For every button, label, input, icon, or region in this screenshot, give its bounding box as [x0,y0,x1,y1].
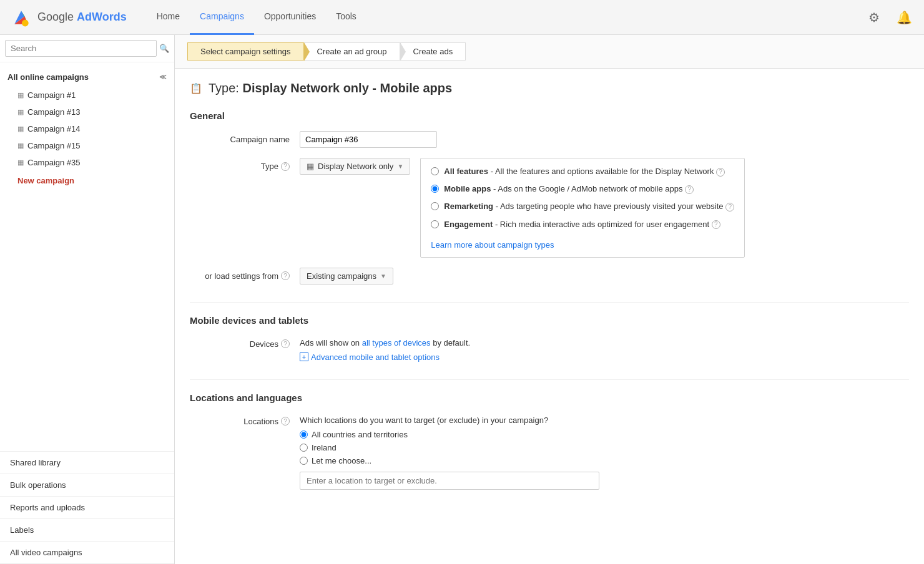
mobile-devices-section: Mobile devices and tablets Devices ? Ads… [190,315,909,362]
location-choose-radio[interactable] [300,457,308,465]
radio-mobile-apps-label: Mobile apps - Ads on the Google / AdMob … [444,183,694,195]
locations-row: Locations ? Which locations do you want … [190,413,909,490]
load-settings-help-icon[interactable]: ? [281,271,290,280]
sidebar-bottom: Shared library Bulk operations Reports a… [0,451,174,564]
page-content: 📋 Type: Display Network only - Mobile ap… [175,69,924,520]
new-campaign-link[interactable]: New campaign [0,171,174,190]
top-navigation: Google AdWords Home Campaigns Opportunit… [0,0,924,35]
breadcrumb-create-ads[interactable]: Create ads [400,42,466,61]
title-bold: Display Network only - Mobile apps [242,81,452,95]
campaign-name-input[interactable] [300,131,437,148]
logo-icon [10,6,32,29]
mobile-apps-help-icon[interactable]: ? [685,185,694,194]
load-settings-label: or load settings from ? [190,268,290,281]
breadcrumb-select-settings[interactable]: Select campaign settings [187,42,304,61]
campaign-label: Campaign #13 [27,107,81,117]
campaign-item-c1[interactable]: ▦ Campaign #1 [0,87,174,104]
existing-campaigns-arrow: ▼ [380,273,386,280]
campaign-item-c15[interactable]: ▦ Campaign #15 [0,137,174,154]
title-prefix: Type: [209,81,242,95]
location-search-input[interactable] [300,472,599,490]
all-campaigns-link[interactable]: All online campaigns ≪ [0,67,174,87]
location-ireland-radio[interactable] [300,444,308,452]
load-settings-control: Existing campaigns ▼ [300,268,909,284]
campaign-name-label: Campaign name [190,131,290,144]
location-let-me-choose: Let me choose... [300,456,909,465]
locations-control: Which locations do you want to target (o… [300,416,909,490]
radio-all-features: All features - All the features and opti… [431,166,734,177]
campaigns-section: All online campaigns ≪ ▦ Campaign #1 ▦ C… [0,62,174,195]
radio-engagement-input[interactable] [431,220,439,228]
radio-mobile-apps-input[interactable] [431,185,439,193]
campaign-item-c14[interactable]: ▦ Campaign #14 [0,120,174,137]
mobile-devices-title: Mobile devices and tablets [190,315,909,326]
learn-more-link[interactable]: Learn more about campaign types [431,240,554,250]
campaign-label: Campaign #35 [27,158,81,167]
devices-control: Ads will show on all types of devices by… [300,336,909,362]
locations-title: Locations and languages [190,392,909,403]
campaign-grid-icon: ▦ [17,108,24,116]
locations-label-text: Locations [243,417,278,426]
devices-text-suffix: by default. [431,338,471,348]
type-help-icon[interactable]: ? [281,162,290,171]
engagement-help-icon[interactable]: ? [712,220,720,229]
radio-mobile-apps: Mobile apps - Ads on the Google / AdMob … [431,183,734,195]
location-all-countries-radio[interactable] [300,430,308,439]
sidebar-item-bulk-operations[interactable]: Bulk operations [0,474,174,497]
locations-help-icon[interactable]: ? [281,417,290,425]
sidebar-item-reports-uploads[interactable]: Reports and uploads [0,497,174,519]
nav-opportunities[interactable]: Opportunities [254,0,326,35]
sidebar-item-shared-library[interactable]: Shared library [0,452,174,474]
section-divider-1 [190,302,909,303]
campaign-item-c35[interactable]: ▦ Campaign #35 [0,154,174,171]
location-all-countries: All countries and territories [300,430,909,439]
remarketing-help-icon[interactable]: ? [725,203,734,212]
content-area: Select campaign settings Create an ad gr… [175,35,924,564]
devices-label-text: Devices [250,339,278,349]
sidebar-item-labels[interactable]: Labels [0,519,174,542]
sidebar-item-all-video[interactable]: All video campaigns [0,542,174,564]
location-ireland-label: Ireland [312,443,337,452]
radio-remarketing-label: Remarketing - Ads targeting people who h… [444,201,734,212]
grid-icon: ▦ [307,162,314,171]
settings-button[interactable]: ⚙ [864,7,884,27]
all-features-help-icon[interactable]: ? [716,168,725,177]
dropdown-arrow-icon: ▼ [397,163,403,170]
campaign-name-label-text: Campaign name [230,135,290,144]
campaign-grid-icon: ▦ [17,158,24,167]
advanced-link-label: Advanced mobile and tablet options [311,352,440,362]
location-all-countries-label: All countries and territories [312,430,408,439]
radio-all-features-label: All features - All the features and opti… [444,166,725,177]
radio-all-features-input[interactable] [431,167,439,175]
type-options-panel: All features - All the features and opti… [420,158,745,258]
campaign-label: Campaign #15 [27,141,81,150]
search-input[interactable] [5,40,157,57]
nav-campaigns[interactable]: Campaigns [190,0,254,35]
locations-label: Locations ? [190,413,290,426]
type-dropdown[interactable]: ▦ Display Network only ▼ [300,158,410,175]
existing-campaigns-label: Existing campaigns [307,271,376,281]
type-label: Type ? [190,158,290,171]
nav-tools[interactable]: Tools [326,0,366,35]
type-dropdown-label: Display Network only [318,162,393,171]
campaign-item-c13[interactable]: ▦ Campaign #13 [0,104,174,120]
breadcrumb-create-ad-group[interactable]: Create an ad group [304,42,400,61]
advanced-mobile-link[interactable]: + Advanced mobile and tablet options [300,352,440,362]
radio-engagement: Engagement - Rich media interactive ads … [431,219,734,230]
main-layout: 🔍 All online campaigns ≪ ▦ Campaign #1 ▦… [0,35,924,564]
collapse-icon: ≪ [159,73,167,81]
radio-remarketing-input[interactable] [431,202,439,210]
sidebar-search-container: 🔍 [0,35,174,62]
devices-text: Ads will show on all types of devices by… [300,336,909,348]
radio-remarketing: Remarketing - Ads targeting people who h… [431,201,734,212]
existing-campaigns-dropdown[interactable]: Existing campaigns ▼ [300,268,393,284]
nav-home[interactable]: Home [147,0,190,35]
locations-question: Which locations do you want to target (o… [300,416,909,425]
devices-label: Devices ? [190,336,290,349]
devices-help-icon[interactable]: ? [281,339,290,348]
general-section: General Campaign name Type ? [190,110,909,284]
notifications-button[interactable]: 🔔 [894,7,914,27]
load-settings-label-text: or load settings from [205,271,278,281]
general-section-title: General [190,110,909,121]
campaign-name-row: Campaign name [190,131,909,148]
